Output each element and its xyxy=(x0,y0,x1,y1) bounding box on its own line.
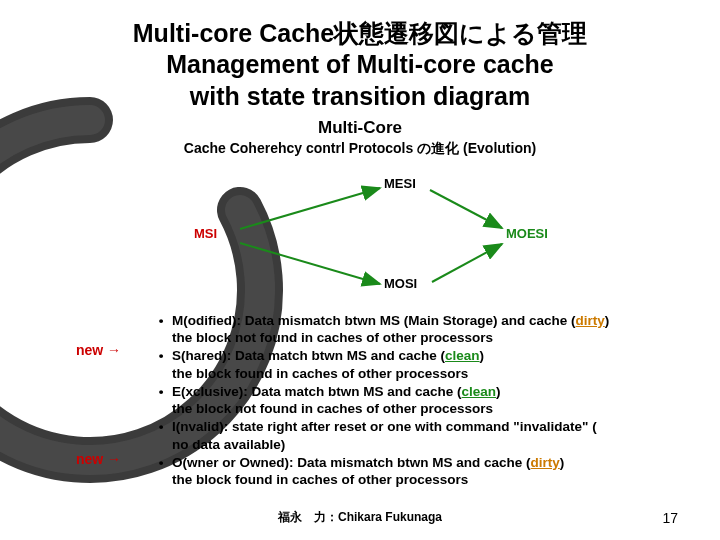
bullet-owned: O(wner or Owned): Data mismatch btwn MS … xyxy=(172,454,690,489)
svg-line-2 xyxy=(430,190,502,228)
subtitle-main: Multi-Core xyxy=(30,118,690,138)
svg-line-3 xyxy=(432,244,502,282)
new-marker-2: new → xyxy=(76,451,121,469)
author-credit: 福永 力：Chikara Fukunaga xyxy=(0,509,720,526)
svg-line-1 xyxy=(240,243,380,284)
node-moesi: MOESI xyxy=(506,226,548,241)
protocol-diagram: MSI MESI MOSI MOESI xyxy=(150,166,570,306)
state-definitions: new → new → •M(odified): Data mismatch b… xyxy=(150,312,690,489)
bullet-invalid: I(nvalid): state right after reset or on… xyxy=(172,418,690,453)
subtitle-evolution: Cache Coherehcy contrl Protocols の進化 (Ev… xyxy=(30,140,690,158)
new-marker-1: new → xyxy=(76,342,121,360)
node-mesi: MESI xyxy=(384,176,416,191)
node-mosi: MOSI xyxy=(384,276,417,291)
bullet-modified: M(odified): Data mismatch btwn MS (Main … xyxy=(172,312,690,347)
svg-line-0 xyxy=(240,188,380,229)
slide-title: Multi-core Cache状態遷移図による管理 Management of… xyxy=(30,18,690,112)
page-number: 17 xyxy=(662,510,678,526)
bullet-shared: S(hared): Data match btwn MS and cache (… xyxy=(172,347,690,382)
bullet-exclusive: E(xclusive): Data match btwn MS and cach… xyxy=(172,383,690,418)
node-msi: MSI xyxy=(194,226,217,241)
